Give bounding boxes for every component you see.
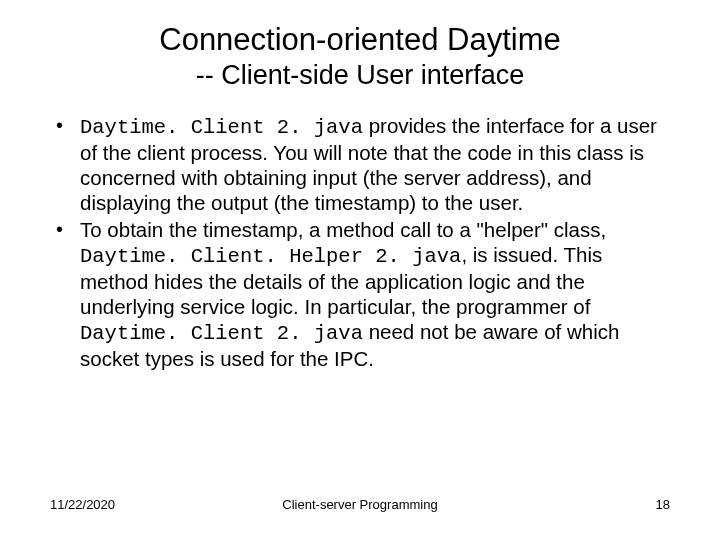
bullet-marker: • [56,113,80,215]
slide-title-line2: -- Client-side User interface [50,60,670,91]
text-run: To obtain the timestamp, a method call t… [80,218,606,241]
bullet-item: • Daytime. Client 2. java provides the i… [56,113,670,215]
footer-title: Client-server Programming [0,497,720,512]
bullet-text: To obtain the timestamp, a method call t… [80,217,670,371]
slide-footer: 11/22/2020 Client-server Programming 18 [0,497,720,512]
code-run: Daytime. Client 2. java [80,322,363,345]
bullet-text: Daytime. Client 2. java provides the int… [80,113,670,215]
bullet-marker: • [56,217,80,371]
bullet-item: • To obtain the timestamp, a method call… [56,217,670,371]
code-run: Daytime. Client. Helper 2. java [80,245,461,268]
code-run: Daytime. Client 2. java [80,116,363,139]
slide-title-line1: Connection-oriented Daytime [50,22,670,58]
slide-body: • Daytime. Client 2. java provides the i… [50,113,670,371]
